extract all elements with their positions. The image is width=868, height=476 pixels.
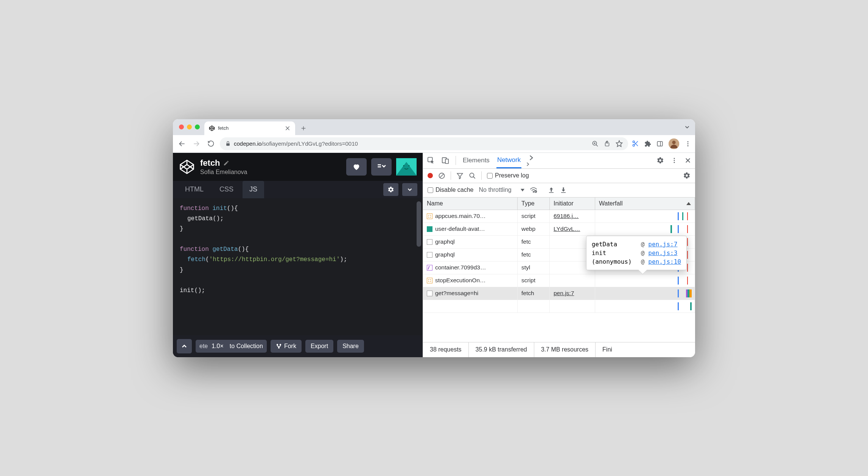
window-minimize-button[interactable] bbox=[187, 124, 192, 129]
table-row[interactable]: get?message=hifetchpen.js:7 bbox=[423, 287, 695, 300]
table-row[interactable]: appcues.main.70…script69186.j… bbox=[423, 210, 695, 223]
tab-list-button[interactable] bbox=[684, 124, 691, 131]
export-button[interactable]: Export bbox=[305, 340, 333, 353]
console-toggle-button[interactable] bbox=[177, 339, 192, 353]
stack-location-link[interactable]: pen.js:7 bbox=[648, 241, 677, 248]
toggle-device-icon[interactable] bbox=[441, 156, 450, 165]
column-initiator[interactable]: Initiator bbox=[550, 198, 595, 210]
request-type: script bbox=[518, 274, 550, 287]
tab-bar: fetch bbox=[173, 119, 695, 135]
codepen-pane: fetch Sofia Emelianova HTML CSS JS bbox=[173, 153, 423, 357]
code-editor[interactable]: function init(){ getData(); } function g… bbox=[173, 198, 423, 335]
tab-js[interactable]: JS bbox=[243, 181, 264, 198]
tab-elements[interactable]: Elements bbox=[462, 153, 490, 168]
clear-icon[interactable] bbox=[438, 172, 445, 179]
collapse-editor-button[interactable] bbox=[371, 158, 392, 176]
filter-icon[interactable] bbox=[456, 172, 464, 179]
throttling-select[interactable]: No throttling bbox=[479, 187, 524, 193]
file-type-icon bbox=[427, 291, 432, 296]
column-name[interactable]: Name bbox=[423, 198, 518, 210]
disable-cache-checkbox[interactable]: Disable cache bbox=[428, 187, 474, 193]
svg-point-59 bbox=[470, 173, 474, 177]
network-conditions-icon[interactable] bbox=[530, 186, 537, 194]
codepen-footer: ete 1.0× to Collection Fork Export Share bbox=[173, 335, 423, 357]
side-panel-icon[interactable] bbox=[656, 140, 663, 147]
content-split: fetch Sofia Emelianova HTML CSS JS bbox=[173, 153, 695, 357]
column-type[interactable]: Type bbox=[518, 198, 550, 210]
search-icon[interactable] bbox=[469, 172, 476, 179]
upload-har-icon[interactable] bbox=[548, 187, 555, 193]
editor-expand-button[interactable] bbox=[402, 183, 417, 196]
tab-close-icon[interactable] bbox=[285, 125, 291, 131]
svg-point-47 bbox=[278, 347, 280, 348]
codepen-favicon bbox=[209, 125, 215, 131]
request-name: graphql bbox=[435, 251, 455, 258]
fork-button[interactable]: Fork bbox=[271, 340, 302, 353]
svg-line-60 bbox=[473, 176, 475, 178]
url-text: codepen.io/sofiayem/pen/LYdGvLg?editors=… bbox=[234, 140, 358, 147]
reload-button[interactable] bbox=[205, 138, 216, 149]
user-avatar[interactable] bbox=[396, 158, 417, 176]
kebab-menu-icon[interactable] bbox=[684, 140, 691, 147]
share-button[interactable]: Share bbox=[337, 340, 364, 353]
scissors-icon[interactable] bbox=[632, 140, 639, 147]
devtools-settings-icon[interactable] bbox=[656, 157, 664, 164]
svg-point-21 bbox=[633, 141, 635, 143]
profile-avatar[interactable] bbox=[669, 138, 679, 149]
more-tabs-icon[interactable] bbox=[527, 154, 535, 167]
network-settings-icon[interactable] bbox=[683, 172, 691, 179]
tab-css[interactable]: CSS bbox=[213, 181, 240, 198]
request-type: script bbox=[518, 210, 550, 222]
request-initiator[interactable]: pen.js:7 bbox=[550, 287, 595, 300]
svg-point-51 bbox=[674, 158, 675, 159]
request-initiator[interactable]: LYdGvL… bbox=[550, 223, 595, 235]
footer-chunk[interactable]: ete 1.0× to Collection bbox=[196, 340, 267, 353]
stack-function: init bbox=[592, 249, 637, 257]
initiator-stack-tooltip: getData@ pen.js:7init@ pen.js:3(anonymou… bbox=[586, 236, 687, 270]
stack-location-link[interactable]: pen.js:3 bbox=[648, 249, 677, 257]
waterfall-cell bbox=[595, 287, 695, 300]
table-row[interactable]: user-default-avat…webpLYdGvL… bbox=[423, 223, 695, 236]
forward-button[interactable] bbox=[191, 138, 202, 149]
devtools-kebab-icon[interactable] bbox=[671, 157, 678, 164]
window-maximize-button[interactable] bbox=[195, 124, 200, 129]
pen-title: fetch bbox=[200, 158, 220, 168]
svg-rect-50 bbox=[445, 159, 448, 163]
svg-rect-63 bbox=[549, 192, 554, 193]
status-transferred: 35.9 kB transferred bbox=[469, 342, 534, 357]
column-waterfall[interactable]: Waterfall bbox=[595, 198, 695, 210]
pen-author[interactable]: Sofia Emelianova bbox=[200, 169, 247, 176]
network-toolbar-2: Disable cache No throttling bbox=[423, 183, 695, 198]
share-page-icon[interactable] bbox=[604, 140, 610, 147]
bookmark-star-icon[interactable] bbox=[616, 140, 623, 147]
editor-settings-button[interactable] bbox=[383, 183, 398, 196]
preserve-log-checkbox[interactable]: Preserve log bbox=[487, 172, 529, 179]
download-har-icon[interactable] bbox=[560, 187, 567, 193]
edit-title-icon[interactable] bbox=[223, 160, 229, 166]
devtools-close-icon[interactable] bbox=[684, 157, 691, 164]
love-button[interactable] bbox=[346, 158, 367, 176]
new-tab-button[interactable] bbox=[298, 123, 309, 134]
table-row[interactable]: stopExecutionOn…script bbox=[423, 274, 695, 287]
request-initiator[interactable]: 69186.j… bbox=[550, 210, 595, 222]
svg-line-57 bbox=[440, 174, 444, 177]
back-button[interactable] bbox=[177, 138, 187, 149]
record-button[interactable] bbox=[428, 173, 433, 178]
inspect-element-icon[interactable] bbox=[427, 156, 435, 165]
editor-scrollbar[interactable] bbox=[417, 201, 421, 247]
traffic-lights bbox=[177, 119, 204, 135]
window-close-button[interactable] bbox=[179, 124, 184, 129]
browser-tab[interactable]: fetch bbox=[204, 121, 295, 135]
tab-network[interactable]: Network bbox=[496, 153, 521, 168]
address-bar[interactable]: codepen.io/sofiayem/pen/LYdGvLg?editors=… bbox=[220, 137, 628, 150]
tab-html[interactable]: HTML bbox=[178, 181, 210, 198]
tab-title: fetch bbox=[218, 125, 282, 131]
extensions-icon[interactable] bbox=[644, 140, 651, 147]
waterfall-cell bbox=[595, 223, 695, 235]
request-name: stopExecutionOn… bbox=[435, 277, 486, 284]
svg-point-31 bbox=[688, 145, 689, 146]
svg-rect-64 bbox=[561, 192, 566, 193]
zoom-icon[interactable] bbox=[592, 140, 599, 147]
stack-location-link[interactable]: pen.js:10 bbox=[648, 258, 681, 265]
request-initiator[interactable] bbox=[550, 274, 595, 287]
